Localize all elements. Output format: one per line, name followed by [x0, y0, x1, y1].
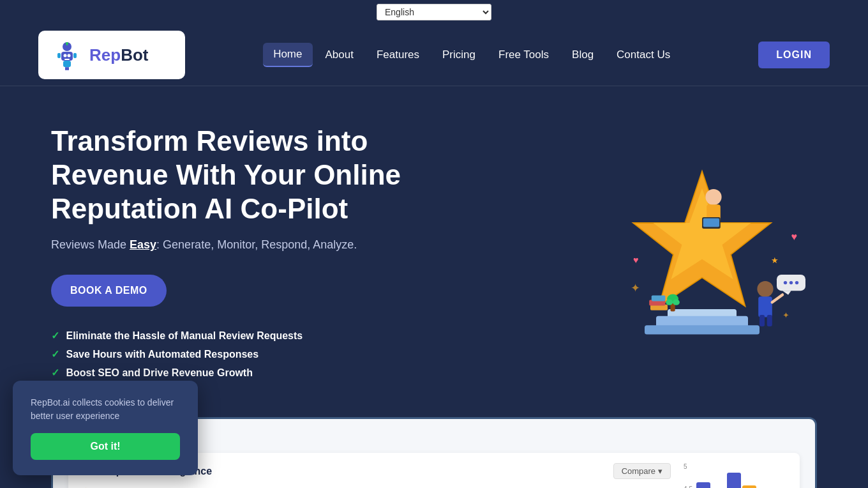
- svg-rect-7: [63, 61, 71, 67]
- star-rating: ★ 4.8-Star Average : Maintained across G…: [81, 485, 671, 488]
- svg-point-36: [795, 281, 798, 284]
- feature-list: ✓ Eliminate the Hassle of Manual Review …: [51, 330, 447, 379]
- chart-area: 5 4.5: [671, 463, 787, 488]
- hero-subtitle-suffix: : Generate, Monitor, Respond, Analyze.: [156, 238, 357, 251]
- logo: RepBot: [38, 31, 185, 79]
- chart-label-4-5: 4.5: [684, 485, 692, 488]
- svg-text:✦: ✦: [782, 311, 789, 320]
- nav-item-pricing[interactable]: Pricing: [432, 43, 486, 66]
- svg-line-26: [772, 295, 782, 303]
- book-demo-button[interactable]: BOOK A DEMO: [51, 275, 167, 307]
- main-nav: Home About Features Pricing Free Tools B…: [263, 43, 680, 67]
- bar-blue-1: [696, 482, 710, 488]
- star-icon: ★: [81, 485, 90, 488]
- svg-rect-19: [652, 296, 666, 301]
- cookie-banner: RepBot.ai collects cookies to deliver be…: [13, 381, 198, 475]
- chart-bar-group-2: [727, 473, 756, 488]
- hero-subtitle-highlight: Easy: [130, 238, 156, 251]
- cookie-text: RepBot.ai collects cookies to deliver be…: [31, 396, 180, 423]
- nav-item-blog[interactable]: Blog: [562, 43, 604, 66]
- svg-point-35: [789, 281, 793, 284]
- svg-point-24: [757, 281, 773, 297]
- svg-text:♥: ♥: [633, 255, 639, 265]
- check-item-3: ✓ Boost SEO and Drive Revenue Growth: [51, 367, 447, 379]
- hero-section: Transform Reviews into Revenue With Your…: [0, 86, 868, 404]
- hero-subtitle: Reviews Made Easy: Generate, Monitor, Re…: [51, 238, 447, 252]
- check-item-2: ✓ Save Hours with Automated Responses: [51, 348, 447, 360]
- robot-icon: [51, 39, 83, 71]
- checkmark-icon-1: ✓: [51, 330, 59, 341]
- svg-rect-9: [67, 67, 69, 70]
- chart-bar-group-1: [696, 482, 726, 488]
- login-button[interactable]: LOGIN: [758, 42, 830, 68]
- check-item-3-text: Boost SEO and Drive Revenue Growth: [66, 367, 253, 378]
- nav-item-home[interactable]: Home: [263, 43, 312, 67]
- svg-rect-27: [760, 315, 765, 326]
- svg-point-34: [784, 281, 787, 284]
- svg-rect-23: [703, 218, 719, 227]
- check-item-2-text: Save Hours with Automated Responses: [66, 349, 258, 360]
- svg-point-42: [673, 300, 680, 305]
- site-header: RepBot Home About Features Pricing Free …: [0, 24, 868, 86]
- svg-text:✦: ✦: [631, 282, 640, 294]
- cookie-accept-button[interactable]: Got it!: [31, 433, 180, 460]
- star-illustration: ♥ ★ ♥ ✦ ✦: [587, 143, 817, 360]
- hero-content: Transform Reviews into Revenue With Your…: [51, 125, 447, 379]
- svg-point-20: [705, 189, 721, 205]
- svg-rect-28: [767, 315, 772, 326]
- nav-item-free-tools[interactable]: Free Tools: [488, 43, 559, 66]
- language-select[interactable]: English Español Français Deutsch 中文: [377, 4, 491, 20]
- svg-rect-6: [64, 59, 70, 60]
- checkmark-icon-2: ✓: [51, 349, 59, 360]
- chart-y-labels: 5 4.5: [684, 463, 692, 488]
- svg-rect-25: [758, 296, 772, 317]
- svg-rect-8: [65, 67, 67, 70]
- svg-point-5: [68, 54, 71, 57]
- nav-item-features[interactable]: Features: [366, 43, 430, 66]
- chart-label-5: 5: [684, 463, 692, 470]
- hero-subtitle-prefix: Reviews Made: [51, 238, 130, 251]
- hero-title: Transform Reviews into Revenue With Your…: [51, 125, 447, 225]
- compare-button[interactable]: Compare ▾: [613, 463, 671, 479]
- nav-item-contact-us[interactable]: Contact Us: [606, 43, 680, 66]
- checkmark-icon-3: ✓: [51, 367, 59, 378]
- compare-chevron-icon: ▾: [658, 466, 662, 476]
- compare-label: Compare: [622, 466, 655, 476]
- svg-rect-16: [645, 325, 760, 334]
- check-item-1: ✓ Eliminate the Hassle of Manual Review …: [51, 330, 447, 342]
- svg-rect-2: [57, 53, 61, 58]
- logo-text: RepBot: [89, 45, 148, 65]
- svg-rect-3: [73, 53, 77, 58]
- svg-text:★: ★: [771, 256, 779, 265]
- nav-item-about[interactable]: About: [315, 43, 364, 66]
- bar-yellow-2: [742, 485, 756, 488]
- language-bar: English Español Français Deutsch 中文: [0, 0, 868, 24]
- svg-point-41: [666, 300, 673, 305]
- svg-point-4: [64, 54, 67, 57]
- hero-illustration: ♥ ★ ♥ ✦ ✦: [587, 143, 817, 360]
- svg-text:♥: ♥: [791, 231, 798, 242]
- bar-blue-2: [727, 473, 741, 488]
- check-item-1-text: Eliminate the Hassle of Manual Review Re…: [66, 330, 303, 341]
- svg-rect-11: [66, 42, 68, 45]
